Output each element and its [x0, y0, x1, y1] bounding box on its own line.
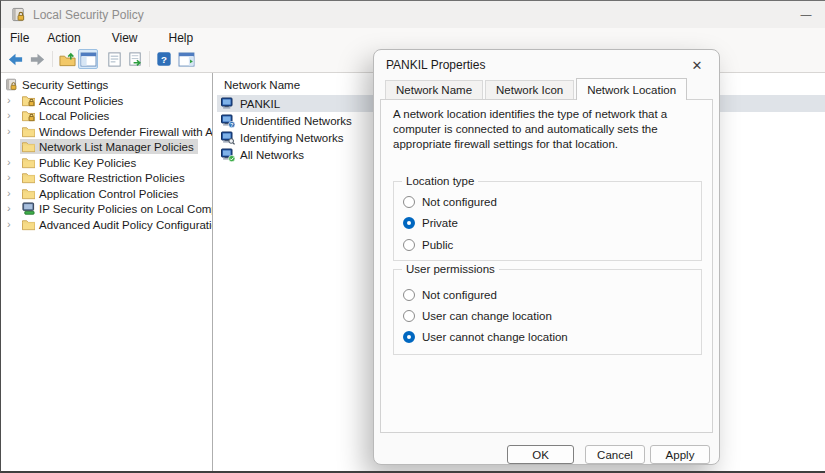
tree-item-security-settings[interactable]: Security Settings	[1, 77, 212, 92]
tree-item-account-policies[interactable]: › Account Policies	[1, 93, 212, 108]
radio-location-private[interactable]: Private	[403, 216, 458, 230]
menu-file[interactable]: File	[1, 29, 38, 47]
minimize-button[interactable]: —	[793, 3, 819, 25]
chevron-right-icon[interactable]: ›	[7, 217, 11, 232]
radio-icon[interactable]	[403, 239, 415, 251]
chevron-right-icon[interactable]: ›	[7, 93, 11, 108]
location-type-group: Location type Not configured Private Pub…	[393, 181, 702, 261]
security-settings-icon	[5, 78, 18, 91]
menu-bar: File Action View Help	[1, 28, 825, 47]
up-one-level-icon[interactable]	[57, 49, 77, 69]
tree-item-windows-defender-firewall[interactable]: › Windows Defender Firewall with Advan	[1, 124, 212, 139]
folder-icon	[22, 125, 35, 138]
radio-location-public[interactable]: Public	[403, 238, 453, 252]
folder-icon	[22, 187, 35, 200]
chevron-right-icon[interactable]: ›	[7, 170, 11, 185]
cancel-button[interactable]: Cancel	[585, 445, 645, 464]
radio-icon[interactable]	[403, 310, 415, 322]
folder-lock-icon	[22, 109, 35, 122]
back-icon[interactable]	[5, 49, 25, 69]
tab-network-icon[interactable]: Network Icon	[485, 80, 574, 99]
location-description: A network location identifies the type o…	[393, 107, 699, 152]
chevron-right-icon[interactable]: ›	[7, 186, 11, 201]
tab-strip: Network Name Network Icon Network Locati…	[385, 78, 689, 99]
svg-text:?: ?	[161, 54, 167, 65]
app-icon	[11, 7, 26, 22]
folder-icon	[22, 140, 35, 153]
radio-checked-icon[interactable]	[403, 331, 415, 343]
title-bar: Local Security Policy —	[1, 1, 825, 28]
chevron-right-icon[interactable]: ›	[7, 201, 11, 216]
menu-view[interactable]: View	[103, 29, 147, 47]
chevron-right-icon[interactable]: ›	[7, 155, 11, 170]
local-security-policy-window: Local Security Policy — File Action View…	[0, 0, 825, 473]
chevron-right-icon[interactable]: ›	[7, 124, 11, 139]
folder-icon	[22, 218, 35, 231]
dialog-title: PANKIL Properties	[386, 58, 485, 72]
folder-lock-icon	[22, 94, 35, 107]
tab-network-name[interactable]: Network Name	[385, 80, 483, 99]
show-action-pane-icon[interactable]	[176, 49, 196, 69]
radio-user-can-change-location[interactable]: User can change location	[403, 309, 552, 323]
network-question-icon	[221, 114, 235, 128]
radio-icon[interactable]	[403, 289, 415, 301]
window-title: Local Security Policy	[33, 8, 144, 22]
properties-icon[interactable]	[104, 49, 124, 69]
folder-icon	[22, 171, 35, 184]
tree-item-application-control-policies[interactable]: › Application Control Policies	[1, 186, 212, 201]
network-globe-icon	[221, 148, 235, 162]
show-console-tree-icon[interactable]	[78, 49, 98, 69]
chevron-right-icon[interactable]: ›	[7, 108, 11, 123]
help-icon[interactable]: ?	[154, 49, 174, 69]
tree-item-ip-security-policies[interactable]: › IP Security Policies on Local Computer	[1, 201, 212, 216]
radio-permissions-not-configured[interactable]: Not configured	[403, 288, 497, 302]
toolbar-separator	[52, 51, 53, 67]
tree-item-advanced-audit-policy[interactable]: › Advanced Audit Policy Configuration	[1, 217, 212, 232]
export-list-icon[interactable]	[125, 49, 145, 69]
group-legend: User permissions	[402, 263, 499, 275]
network-icon	[221, 97, 235, 111]
user-permissions-group: User permissions Not configured User can…	[393, 269, 702, 355]
tree-item-network-list-manager-policies[interactable]: Network List Manager Policies	[1, 139, 212, 154]
tree-item-local-policies[interactable]: › Local Policies	[1, 108, 212, 123]
radio-user-cannot-change-location[interactable]: User cannot change location	[403, 330, 568, 344]
close-icon[interactable]: ✕	[684, 54, 710, 77]
column-header-network-name[interactable]: Network Name	[224, 79, 300, 91]
tree-item-public-key-policies[interactable]: › Public Key Policies	[1, 155, 212, 170]
network-search-icon	[221, 131, 235, 145]
radio-icon[interactable]	[403, 196, 415, 208]
pankil-properties-dialog: PANKIL Properties ✕ Network Name Network…	[373, 49, 720, 465]
network-location-tab-panel: A network location identifies the type o…	[380, 99, 713, 433]
folder-icon	[22, 156, 35, 169]
tree-item-software-restriction-policies[interactable]: › Software Restriction Policies	[1, 170, 212, 185]
toolbar-separator	[149, 51, 150, 67]
forward-icon[interactable]	[27, 49, 47, 69]
menu-help[interactable]: Help	[160, 29, 203, 47]
apply-button[interactable]: Apply	[650, 445, 710, 464]
tab-network-location[interactable]: Network Location	[576, 78, 687, 100]
radio-checked-icon[interactable]	[403, 217, 415, 229]
radio-location-not-configured[interactable]: Not configured	[403, 195, 497, 209]
group-legend: Location type	[402, 175, 478, 187]
ipsec-icon	[22, 202, 35, 215]
ok-button[interactable]: OK	[507, 445, 574, 464]
console-tree-pane: Security Settings › Account Policies › L…	[1, 73, 212, 471]
menu-action[interactable]: Action	[38, 29, 89, 47]
